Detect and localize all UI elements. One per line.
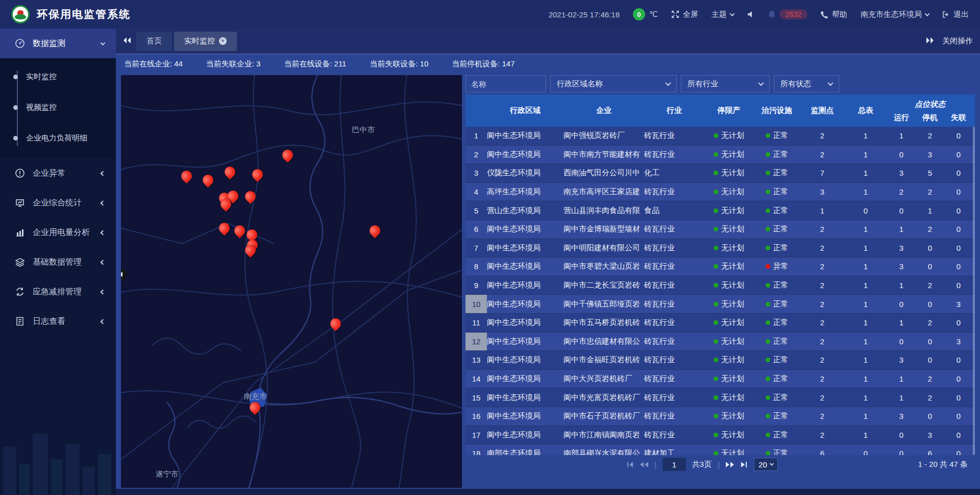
name-search-input[interactable] [465,75,546,92]
table-scrollbar[interactable] [973,127,975,455]
notification-count-badge: 2632 [779,9,807,19]
status-dot-icon [714,190,718,194]
sidebar-item[interactable]: 应急减排管理 [0,277,116,307]
cell-total: 0 [844,201,887,220]
sidebar-item[interactable]: 企业异常 [0,158,116,188]
tabs-scroll-left-icon[interactable] [123,37,131,46]
table-row[interactable]: 4 高坪生态环境局 南充市高坪区王家店建 砖瓦行业 无计划 正常 3 1 2 2… [465,183,975,202]
cell-total: 1 [844,146,887,164]
table-body: 1 阆中生态环境局 阆中强锐页岩砖厂 砖瓦行业 无计划 正常 2 1 1 2 0… [465,127,975,455]
industry-select[interactable]: 所有行业 [681,75,770,92]
table-row[interactable]: 14 阆中生态环境局 阆中大兴页岩机砖厂 砖瓦行业 无计划 正常 2 1 1 2… [465,370,975,389]
chevron-left-icon [101,319,106,324]
page-number-input[interactable] [663,458,686,471]
cell-stop: 2 [916,314,944,332]
region-select[interactable]: 行政区域名称 [550,75,677,92]
cell-points: 2 [800,220,844,239]
tabs-scroll-right-icon[interactable] [926,37,934,45]
map-panel[interactable]: 巴中市南充市遂宁市 [121,75,462,488]
sidebar-subitem[interactable]: 企业电力负荷明细 [0,123,116,153]
cell-facility-status: 正常 [753,444,800,455]
sound-button[interactable] [747,11,754,18]
top-header: 环保用电监管系统 2021-02-25 17:46:18 0 ℃ 全屏 主题 [0,0,980,29]
first-page-button[interactable] [626,461,633,468]
logout-button[interactable]: 退出 [942,10,969,19]
stat-label: 当前失联企业: [206,59,254,68]
tab-item[interactable]: 首页 [136,32,172,51]
cell-stop: 0 [916,239,944,257]
cell-lost: 0 [944,444,973,455]
tab-close-icon[interactable]: ✕ [219,37,227,45]
col-points: 监测点 [800,95,844,127]
table-row[interactable]: 9 阆中生态环境局 阆中市二龙长宝页岩砖 砖瓦行业 无计划 正常 2 1 1 2… [465,276,975,295]
status-select[interactable]: 所有状态 [774,75,839,92]
cell-lost: 0 [944,220,973,239]
table-row[interactable]: 7 阆中生态环境局 阆中明阳建材有限公司 砖瓦行业 无计划 正常 2 1 3 0… [465,239,975,258]
user-org-dropdown[interactable]: 南充市生态环境局 [861,10,929,19]
prev-page-button[interactable] [640,461,648,468]
cell-run: 0 [887,444,916,455]
last-page-button[interactable] [741,461,748,468]
table-row[interactable]: 15 阆中生态环境局 阆中市光富页岩机砖厂 砖瓦行业 无计划 正常 2 1 1 … [465,388,975,407]
sidebar-item[interactable]: 企业用电量分析 [0,218,116,247]
table-row[interactable]: 10 阆中生态环境局 阆中千佛镇五郎垭页岩 砖瓦行业 无计划 正常 2 1 0 … [465,295,975,314]
chevron-down-icon [770,461,774,465]
table-row[interactable]: 13 阆中生态环境局 阆中市金福旺页岩机砖 砖瓦行业 无计划 正常 2 1 3 … [465,351,975,370]
tab-active[interactable]: 实时监控✕ [174,32,237,51]
sidebar-subitem[interactable]: 视频监控 [0,92,116,123]
chevron-left-icon [101,289,106,294]
cell-limit-status: 无计划 [704,407,753,426]
col-company: 企业 [564,95,644,127]
help-button[interactable]: 帮助 [821,10,847,19]
table-row[interactable]: 1 阆中生态环境局 阆中强锐页岩砖厂 砖瓦行业 无计划 正常 2 1 1 2 0 [465,127,975,146]
next-page-button[interactable] [726,461,734,468]
sidebar-item[interactable]: 企业综合统计 [0,188,116,218]
status-dot-icon [766,171,770,175]
page-size-select[interactable]: 20 [754,458,778,471]
row-number: 9 [465,276,487,295]
status-dot-icon [766,339,770,344]
cell-limit-status: 无计划 [704,370,753,388]
sidebar-subitem-label: 视频监控 [26,103,57,112]
table-row[interactable]: 12 阆中生态环境局 阆中市忠信建材有限公 砖瓦行业 无计划 正常 2 1 0 … [465,333,975,351]
fullscreen-button[interactable]: 全屏 [671,10,698,19]
table-row[interactable]: 18 南部生态环境局 南部县砌兴水泥有限公 建材加工 无计划 正常 6 0 0 … [465,444,975,455]
cell-points: 2 [800,239,844,257]
cell-region: 阆中生态环境局 [487,314,564,332]
chevron-down-icon [827,80,833,86]
table-row[interactable]: 2 阆中生态环境局 阆中市南方节能建材有 砖瓦行业 无计划 正常 2 1 0 3… [465,146,975,164]
cell-limit-status: 无计划 [704,201,753,220]
cell-points: 2 [800,146,844,164]
stat-value: 147 [502,59,515,68]
cell-run: 1 [887,220,916,239]
notifications[interactable]: 2632 [768,9,807,19]
sidebar-subitem[interactable]: 实时监控 [0,61,116,92]
cell-run: 3 [887,351,916,369]
close-operations-button[interactable]: 关闭操作 [942,36,973,46]
temperature-badge: 0 [633,8,645,20]
cell-total: 1 [844,220,887,239]
table-row[interactable]: 3 仪陇生态环境局 西南油气田分公司川中 化工 无计划 正常 7 1 3 5 0 [465,164,975,183]
cell-facility-status: 正常 [753,276,800,295]
tab-bar: 首页实时监控✕ 关闭操作 [116,29,980,54]
table-row[interactable]: 6 阆中生态环境局 阆中市金博瑞新型墙材 砖瓦行业 无计划 正常 2 1 1 2… [465,220,975,239]
theme-dropdown[interactable]: 主题 [712,10,734,19]
table-row[interactable]: 5 营山生态环境局 营山县润丰肉食品有限 食品 无计划 正常 1 0 0 1 0 [465,201,975,220]
status-dot-icon [714,208,718,213]
stat-label: 当前失联设备: [370,59,418,68]
cell-points: 2 [800,127,844,145]
sidebar-item[interactable]: 日志查看 [0,307,116,336]
table-row[interactable]: 16 阆中生态环境局 阆中市石子页岩机砖厂 砖瓦行业 无计划 正常 2 1 3 … [465,407,975,426]
cell-region: 阆中生态环境局 [487,127,564,145]
table-row[interactable]: 8 阆中生态环境局 阆中市枣碧大梁山页岩 砖瓦行业 无计划 异常 2 1 3 0… [465,257,975,276]
chevron-down-icon [758,80,764,86]
sidebar-item[interactable]: 基础数据管理 [0,247,116,277]
row-number: 16 [465,407,487,426]
table-row[interactable]: 11 阆中生态环境局 阆中市五马桥页岩机砖 砖瓦行业 无计划 正常 2 1 1 … [465,314,975,333]
stat-value: 10 [420,59,429,68]
status-dot-icon [766,395,770,400]
cell-run: 3 [887,407,916,426]
table-row[interactable]: 17 阆中生态环境局 阆中市江南镇阆南页岩 砖瓦行业 无计划 正常 2 1 0 … [465,426,975,445]
chevron-left-icon [121,272,122,277]
sidebar-item[interactable]: 数据监测 [0,29,116,58]
